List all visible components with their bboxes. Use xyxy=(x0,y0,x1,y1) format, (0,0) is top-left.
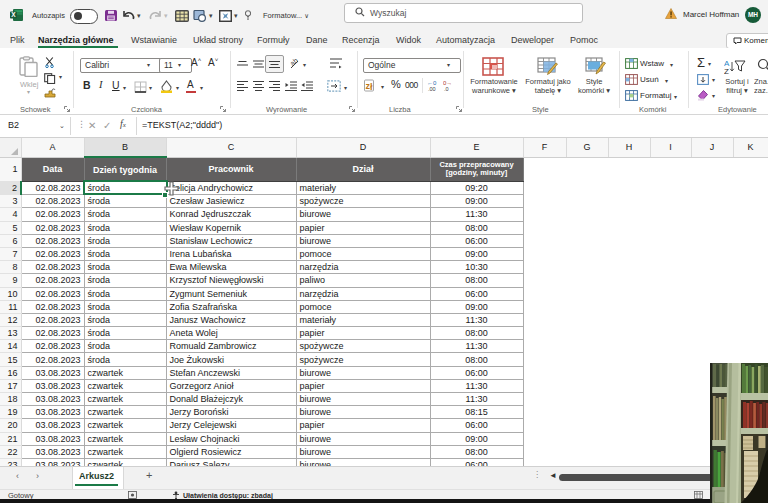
svg-text:ab: ab xyxy=(290,58,299,67)
svg-text:.0: .0 xyxy=(444,86,449,92)
svg-text:X: X xyxy=(11,11,16,18)
svg-text:Z: Z xyxy=(724,67,729,75)
svg-text:.00: .00 xyxy=(428,86,436,92)
